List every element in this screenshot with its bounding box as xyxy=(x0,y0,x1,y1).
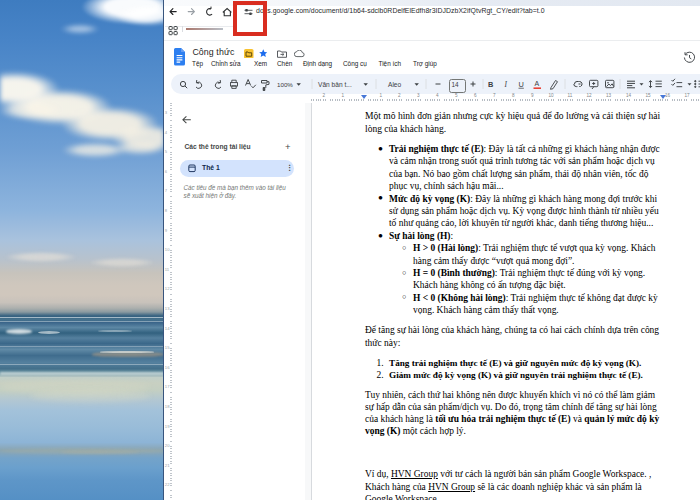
svg-text:U: U xyxy=(519,80,524,89)
svg-text:14: 14 xyxy=(452,81,460,88)
svg-text:B: B xyxy=(488,80,493,89)
svg-text:100%: 100% xyxy=(277,81,293,88)
svg-text:Văn bản t...: Văn bản t... xyxy=(318,81,352,88)
svg-text:Aleo: Aleo xyxy=(388,81,402,88)
svg-text:I: I xyxy=(504,80,508,89)
svg-text:A: A xyxy=(535,80,540,87)
